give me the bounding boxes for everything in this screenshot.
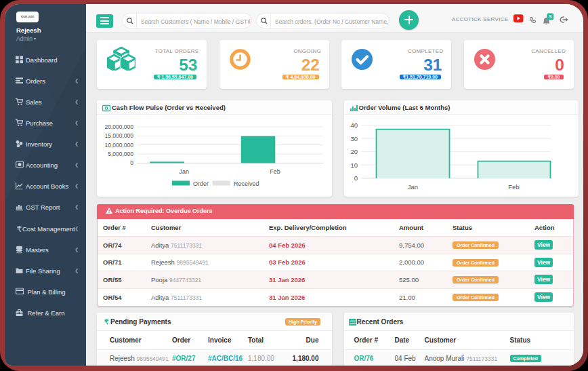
svg-text:20: 20 — [350, 148, 358, 155]
svg-text:20,000,000: 20,000,000 — [104, 123, 133, 130]
svg-text:Jan: Jan — [179, 168, 189, 175]
svg-text:5,000,000: 5,000,000 — [108, 151, 133, 157]
svg-text:₹: ₹ — [17, 224, 22, 233]
svg-text:Order: Order — [193, 180, 209, 187]
svg-text:Feb: Feb — [270, 168, 280, 175]
svg-text:Received: Received — [234, 180, 259, 187]
svg-text:10: 10 — [350, 161, 358, 168]
svg-text:15,000,000: 15,000,000 — [104, 132, 133, 139]
svg-text:40: 40 — [350, 121, 358, 129]
svg-text:3: 3 — [549, 14, 552, 20]
svg-text:10,000,000: 10,000,000 — [104, 141, 133, 148]
svg-text:Jan: Jan — [407, 183, 417, 191]
svg-text:30: 30 — [350, 134, 358, 142]
svg-text:Feb: Feb — [508, 183, 519, 191]
svg-text:0: 0 — [354, 174, 357, 182]
svg-text:0: 0 — [130, 159, 133, 166]
